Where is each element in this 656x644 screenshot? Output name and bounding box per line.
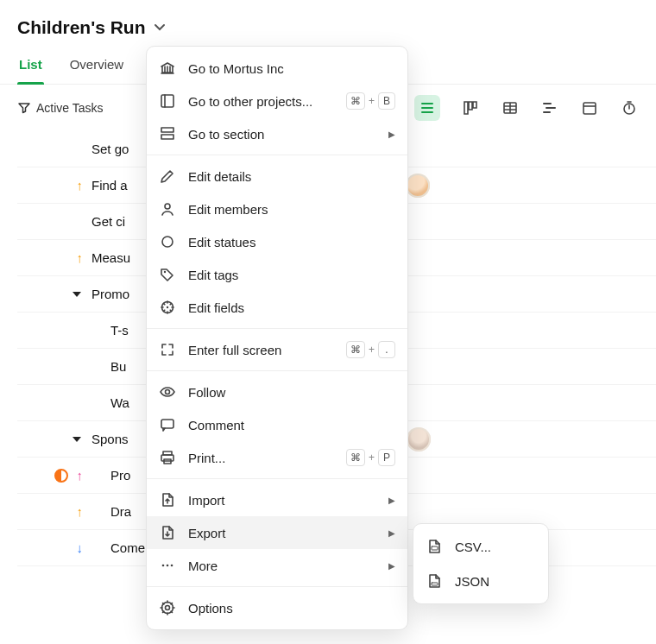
- gear-icon: [159, 599, 176, 616]
- menu-item-label: Print...: [188, 451, 334, 465]
- section-icon: [159, 125, 176, 142]
- tab-list[interactable]: List: [17, 57, 44, 84]
- assignee-avatar[interactable]: [406, 174, 430, 198]
- menu-item-label: Go to section: [188, 127, 376, 142]
- task-title: Find a: [91, 178, 128, 193]
- menu-item-more[interactable]: More▶: [147, 549, 407, 582]
- priority-up-icon: ↑: [77, 504, 84, 519]
- menu-item-import[interactable]: Import▶: [147, 483, 407, 516]
- menu-item-edit-fields[interactable]: Edit fields: [147, 291, 407, 324]
- menu-item-go-to-section[interactable]: Go to section▶: [147, 117, 407, 150]
- submenu-item-json[interactable]: JSON: [413, 564, 548, 598]
- menu-item-print[interactable]: Print...⌘+P: [147, 441, 407, 474]
- menu-item-label: Go to Mortus Inc: [188, 61, 395, 76]
- svg-rect-3: [161, 95, 173, 107]
- view-timer-button[interactable]: [620, 98, 639, 117]
- menu-item-follow[interactable]: Follow: [147, 376, 407, 408]
- circle-icon: [159, 233, 176, 250]
- svg-rect-22: [432, 583, 438, 585]
- menu-item-edit-tags[interactable]: Edit tags: [147, 258, 407, 291]
- menu-item-label: Edit statues: [188, 235, 395, 249]
- view-calendar-button[interactable]: [580, 98, 599, 117]
- keyboard-shortcut: ⌘+P: [346, 449, 395, 466]
- menu-item-comment[interactable]: Comment: [147, 408, 407, 441]
- menu-item-label: More: [188, 559, 376, 573]
- fields-icon: [159, 299, 176, 316]
- task-title: Promo: [91, 287, 129, 301]
- expand-triangle-icon: [73, 437, 81, 442]
- chevron-down-icon: [153, 21, 167, 35]
- filter-active-tasks[interactable]: Active Tasks: [17, 101, 104, 115]
- task-title: Wa: [91, 395, 129, 410]
- menu-item-label: Follow: [188, 385, 395, 400]
- svg-point-11: [166, 390, 170, 395]
- import-icon: [159, 491, 176, 508]
- menu-item-options[interactable]: Options: [147, 591, 407, 624]
- task-title: Measu: [91, 250, 130, 265]
- menu-item-label: Go to other projects...: [188, 94, 334, 109]
- priority-down-icon: ↓: [77, 540, 84, 555]
- assignee-avatar[interactable]: [407, 427, 431, 451]
- menu-item-go-to-mortus-inc[interactable]: Go to Mortus Inc: [147, 52, 407, 85]
- eye-icon: [159, 383, 176, 401]
- progress-half-icon: [54, 469, 68, 483]
- view-list-button[interactable]: [414, 95, 440, 121]
- priority-up-icon: ↑: [77, 250, 84, 265]
- chevron-right-icon: ▶: [388, 528, 395, 538]
- menu-item-go-to-other-projects[interactable]: Go to other projects...⌘+B: [147, 85, 407, 117]
- menu-item-edit-statues[interactable]: Edit statues: [147, 225, 407, 258]
- tab-overview[interactable]: Overview: [68, 57, 126, 84]
- svg-rect-1: [583, 103, 596, 114]
- members-icon: [159, 200, 176, 218]
- pencil-icon: [159, 167, 176, 185]
- svg-point-10: [167, 306, 168, 308]
- comment-icon: [159, 416, 176, 433]
- task-title: Get ci: [91, 214, 125, 229]
- chevron-right-icon: ▶: [388, 496, 395, 505]
- menu-item-label: Export: [188, 526, 376, 540]
- task-title: Pro: [91, 468, 130, 483]
- svg-point-16: [162, 565, 165, 567]
- menu-item-label: Comment: [188, 418, 395, 432]
- svg-point-6: [165, 204, 170, 209]
- project-title-row[interactable]: Children's Run: [17, 17, 639, 38]
- view-board-button[interactable]: [461, 98, 480, 117]
- view-table-button[interactable]: [501, 98, 520, 117]
- svg-rect-5: [161, 135, 173, 139]
- csv-icon: [426, 538, 443, 555]
- menu-item-edit-details[interactable]: Edit details: [147, 160, 407, 193]
- more-icon: [159, 557, 176, 574]
- svg-point-17: [167, 565, 169, 567]
- task-title: Come: [91, 540, 145, 555]
- svg-rect-4: [161, 128, 173, 132]
- fullscreen-icon: [159, 341, 176, 358]
- keyboard-shortcut: ⌘+B: [346, 92, 395, 110]
- submenu-item-label: JSON: [455, 574, 536, 589]
- svg-point-20: [166, 606, 170, 610]
- menu-item-label: Edit fields: [188, 300, 395, 315]
- menu-item-enter-full-screen[interactable]: Enter full screen⌘+.: [147, 333, 407, 366]
- svg-point-18: [171, 565, 173, 567]
- export-icon: [159, 524, 176, 541]
- priority-up-icon: ↑: [77, 178, 84, 193]
- menu-item-label: Enter full screen: [188, 343, 334, 357]
- task-title: Bu: [91, 359, 126, 374]
- submenu-item-csv[interactable]: CSV...: [413, 529, 548, 564]
- print-icon: [159, 449, 176, 466]
- projects-icon: [159, 92, 176, 110]
- expand-triangle-icon: [73, 292, 81, 297]
- task-title: T-s: [91, 323, 129, 338]
- menu-item-edit-members[interactable]: Edit members: [147, 193, 407, 225]
- keyboard-shortcut: ⌘+.: [346, 341, 395, 358]
- menu-item-label: Edit tags: [188, 268, 395, 282]
- view-timeline-button[interactable]: [540, 98, 559, 117]
- export-submenu: CSV...JSON: [413, 523, 549, 604]
- context-menu: Go to Mortus IncGo to other projects...⌘…: [146, 46, 408, 630]
- menu-item-label: Edit members: [188, 202, 395, 217]
- filter-icon: [17, 101, 31, 115]
- priority-up-icon: ↑: [77, 468, 84, 483]
- task-title: Set go: [91, 142, 129, 156]
- svg-rect-14: [161, 455, 173, 461]
- menu-item-export[interactable]: Export▶: [147, 516, 407, 549]
- project-title: Children's Run: [17, 17, 146, 38]
